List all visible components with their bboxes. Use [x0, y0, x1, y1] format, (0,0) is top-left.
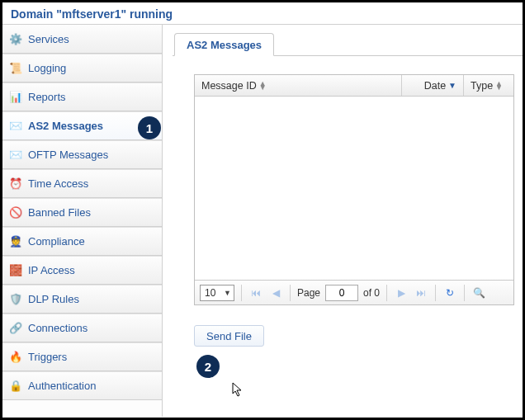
log-icon: 📜: [9, 62, 22, 75]
sidebar-item-label: OFTP Messages: [28, 149, 108, 161]
sidebar-item-label: Compliance: [28, 235, 85, 248]
sidebar-item-compliance[interactable]: 👮 Compliance: [2, 227, 162, 256]
app-frame: Domain "mftserver1" running ⚙️ Services …: [0, 0, 525, 420]
sidebar-item-time-access[interactable]: ⏰ Time Access: [2, 169, 162, 198]
separator: [464, 285, 465, 301]
sidebar-item-label: DLP Rules: [28, 293, 79, 305]
messages-grid: Message ID ▲▼ Date ▼ Type ▲▼: [194, 74, 514, 305]
pager-search-button[interactable]: 🔍: [471, 286, 486, 300]
separator: [241, 285, 242, 301]
sidebar-item-label: Authentication: [28, 380, 96, 392]
chevron-down-icon: ▼: [224, 289, 231, 297]
sidebar-item-label: Logging: [28, 62, 66, 74]
clock-icon: ⏰: [9, 177, 22, 191]
sidebar-item-banned-files[interactable]: 🚫 Banned Files: [2, 198, 162, 227]
column-label: Date: [424, 80, 446, 92]
link-icon: 🔗: [9, 322, 22, 335]
pager-last-button[interactable]: ⏭: [414, 286, 428, 300]
message-icon: ✉️: [9, 149, 22, 162]
sidebar-item-label: IP Access: [28, 264, 75, 276]
column-label: Type: [471, 80, 493, 92]
sidebar-item-connections[interactable]: 🔗 Connections: [2, 314, 162, 342]
sort-icon: ▲▼: [495, 82, 503, 90]
send-file-label: Send File: [206, 330, 252, 342]
sort-desc-icon: ▼: [448, 81, 456, 90]
page-number-input[interactable]: [325, 285, 358, 301]
sidebar-item-triggers[interactable]: 🔥 Triggers: [2, 342, 162, 371]
column-label: Message ID: [201, 80, 257, 92]
column-header-message-id[interactable]: Message ID ▲▼: [195, 75, 402, 96]
sidebar-item-authentication[interactable]: 🔒 Authentication: [2, 371, 162, 400]
sidebar-item-logging[interactable]: 📜 Logging: [2, 54, 162, 83]
sidebar: ⚙️ Services 📜 Logging 📊 Reports ✉️ AS2 M…: [2, 25, 163, 417]
column-header-date[interactable]: Date ▼: [402, 75, 464, 96]
callout-label: 1: [146, 121, 153, 135]
callout-1: 1: [138, 116, 161, 139]
lock-icon: 🔒: [9, 380, 22, 393]
sidebar-item-label: Reports: [28, 91, 66, 103]
sidebar-item-label: Connections: [28, 322, 88, 334]
separator: [435, 285, 436, 301]
tab-strip: AS2 Messages: [173, 31, 523, 56]
pager-next-button[interactable]: ▶: [394, 286, 409, 300]
sidebar-item-services[interactable]: ⚙️ Services: [2, 25, 162, 54]
banned-icon: 🚫: [9, 206, 22, 219]
pager-prev-button[interactable]: ◀: [268, 286, 283, 300]
sidebar-item-reports[interactable]: 📊 Reports: [2, 83, 162, 111]
tab-label: AS2 Messages: [187, 39, 262, 51]
separator: [290, 285, 291, 301]
sidebar-item-label: Time Access: [28, 177, 88, 190]
pager: 10 ▼ ⏮ ◀ Page of 0 ▶ ⏭ ↻: [195, 280, 513, 304]
action-row: Send File: [194, 325, 523, 347]
callout-label: 2: [205, 360, 211, 374]
sidebar-item-label: Services: [28, 33, 69, 45]
sidebar-item-dlp-rules[interactable]: 🛡️ DLP Rules: [2, 285, 162, 314]
pager-refresh-button[interactable]: ↻: [442, 286, 457, 300]
chart-icon: 📊: [9, 91, 22, 104]
shield-icon: 🛡️: [9, 293, 22, 306]
domain-header: Domain "mftserver1" running: [2, 2, 523, 25]
messages-panel: Message ID ▲▼ Date ▼ Type ▲▼: [194, 74, 514, 305]
compliance-icon: 👮: [9, 235, 22, 248]
firewall-icon: 🧱: [9, 264, 22, 277]
page-label: Page: [297, 287, 320, 299]
tab-as2-messages[interactable]: AS2 Messages: [174, 33, 274, 56]
body-area: ⚙️ Services 📜 Logging 📊 Reports ✉️ AS2 M…: [2, 25, 523, 417]
page-size-value: 10: [205, 287, 215, 299]
domain-title: Domain "mftserver1" running: [11, 7, 173, 21]
trigger-icon: 🔥: [9, 351, 22, 364]
sidebar-item-ip-access[interactable]: 🧱 IP Access: [2, 256, 162, 285]
sidebar-item-oftp-messages[interactable]: ✉️ OFTP Messages: [2, 140, 162, 169]
pager-first-button[interactable]: ⏮: [248, 286, 263, 300]
gear-icon: ⚙️: [9, 32, 22, 45]
callout-2: 2: [196, 355, 220, 378]
sidebar-item-label: Triggers: [28, 351, 67, 363]
send-file-button[interactable]: Send File: [194, 325, 264, 347]
column-header-type[interactable]: Type ▲▼: [464, 75, 513, 96]
page-size-select[interactable]: 10 ▼: [200, 285, 234, 301]
sort-icon: ▲▼: [259, 82, 267, 90]
grid-body: [195, 97, 513, 280]
sidebar-item-label: Banned Files: [28, 206, 91, 219]
message-icon: ✉️: [9, 120, 22, 133]
page-of-label: of 0: [363, 287, 380, 299]
separator: [386, 285, 387, 301]
sidebar-item-label: AS2 Messages: [28, 120, 103, 132]
grid-header-row: Message ID ▲▼ Date ▼ Type ▲▼: [195, 75, 513, 97]
